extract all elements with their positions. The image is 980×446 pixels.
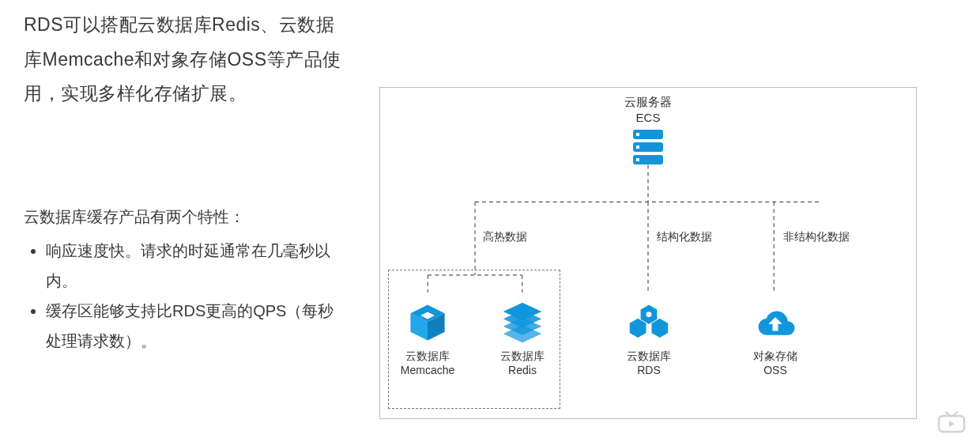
architecture-diagram: 云服务器 ECS bbox=[379, 87, 917, 419]
branch-label-structured: 结构化数据 bbox=[657, 230, 712, 244]
redis-label: 云数据库 Redis bbox=[487, 349, 558, 377]
cloud-upload-icon bbox=[740, 300, 811, 346]
branch-label-unstructured: 非结构化数据 bbox=[783, 230, 850, 244]
memcache-label: 云数据库 Memcache bbox=[392, 349, 463, 377]
rds-node: 云数据库 RDS bbox=[613, 300, 684, 377]
branch-label-hot: 高热数据 bbox=[483, 230, 527, 244]
text-column: RDS可以搭配云数据库Redis、云数据库Memcache和对象存储OSS等产品… bbox=[24, 8, 364, 430]
rds-label: 云数据库 RDS bbox=[613, 349, 684, 377]
page: RDS可以搭配云数据库Redis、云数据库Memcache和对象存储OSS等产品… bbox=[0, 0, 980, 446]
features-list: 响应速度快。请求的时延通常在几毫秒以内。 缓存区能够支持比RDS更高的QPS（每… bbox=[24, 236, 348, 356]
svg-rect-4 bbox=[636, 146, 639, 149]
svg-rect-5 bbox=[636, 158, 639, 161]
cube-icon bbox=[392, 300, 463, 346]
svg-marker-24 bbox=[651, 319, 668, 338]
server-icon bbox=[628, 128, 668, 169]
ecs-node: 云服务器 ECS bbox=[624, 94, 672, 169]
list-item: 缓存区能够支持比RDS更高的QPS（每秒处理请求数）。 bbox=[46, 296, 348, 356]
list-item: 响应速度快。请求的时延通常在几毫秒以内。 bbox=[46, 236, 348, 296]
diagram-column: 云服务器 ECS bbox=[364, 8, 956, 430]
memcache-node: 云数据库 Memcache bbox=[392, 300, 463, 377]
ecs-label: 云服务器 ECS bbox=[624, 94, 672, 125]
intro-paragraph: RDS可以搭配云数据库Redis、云数据库Memcache和对象存储OSS等产品… bbox=[24, 8, 348, 112]
hex-cluster-icon bbox=[613, 300, 684, 346]
redis-node: 云数据库 Redis bbox=[487, 300, 558, 377]
svg-marker-23 bbox=[630, 319, 646, 338]
features-heading: 云数据库缓存产品有两个特性： bbox=[24, 202, 348, 231]
svg-marker-29 bbox=[949, 421, 955, 427]
svg-rect-3 bbox=[636, 133, 639, 136]
oss-label: 对象存储 OSS bbox=[740, 349, 811, 377]
svg-point-25 bbox=[646, 312, 652, 317]
tv-play-icon bbox=[937, 411, 966, 437]
stack-icon bbox=[487, 300, 558, 346]
oss-node: 对象存储 OSS bbox=[740, 300, 811, 377]
